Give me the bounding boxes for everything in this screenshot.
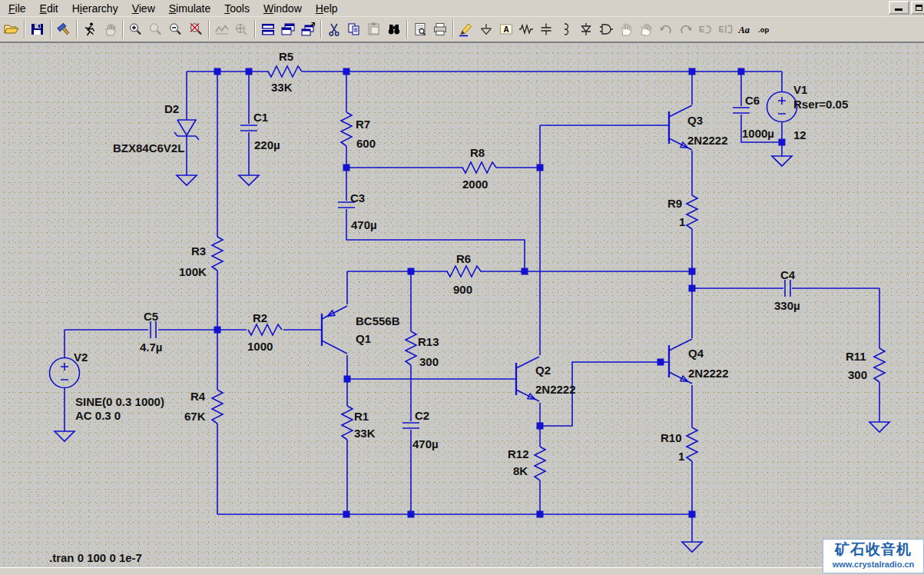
ground-symbol[interactable] [239, 175, 259, 185]
component-R7[interactable] [341, 112, 352, 146]
toolbar-button-zoom-in[interactable] [126, 19, 146, 39]
component-R5[interactable] [268, 66, 302, 77]
schematic-label[interactable]: 2N2222 [688, 367, 729, 380]
toolbar-button-component[interactable] [596, 19, 616, 39]
toolbar-button-open[interactable] [2, 19, 22, 39]
component-Q1[interactable] [322, 306, 347, 354]
ground-symbol[interactable] [682, 542, 702, 552]
toolbar-button-tile[interactable] [258, 19, 278, 39]
toolbar-button-print[interactable] [430, 19, 450, 39]
schematic-label[interactable]: R12 [508, 447, 529, 460]
component-R6[interactable] [447, 266, 481, 277]
component-R1[interactable] [342, 406, 353, 440]
schematic-label[interactable]: Q1 [356, 332, 371, 345]
schematic-label[interactable]: 33K [271, 81, 293, 94]
schematic-label[interactable]: R4 [190, 390, 206, 403]
schematic-label[interactable]: C4 [780, 268, 796, 281]
toolbar-button-run[interactable] [80, 19, 100, 39]
schematic-label[interactable]: R8 [470, 146, 485, 159]
toolbar-button-copy[interactable] [344, 19, 364, 39]
component-R4[interactable] [212, 390, 223, 424]
menu-item-help[interactable]: Help [309, 1, 345, 16]
schematic-label[interactable]: R13 [418, 335, 439, 348]
toolbar-button-cascade[interactable] [278, 19, 298, 39]
schematic-label[interactable]: R7 [356, 118, 370, 131]
schematic-label[interactable]: R10 [661, 431, 682, 444]
toolbar-button-cascade-new[interactable] [298, 19, 318, 39]
schematic-label[interactable]: 300 [848, 368, 867, 381]
component-Q2[interactable] [516, 357, 539, 401]
schematic-label[interactable]: 1000µ [742, 127, 774, 140]
schematic-label[interactable]: 2N2222 [535, 383, 576, 396]
schematic-label[interactable]: 4.7µ [140, 341, 163, 354]
ground-symbol[interactable] [869, 422, 889, 432]
component-V2[interactable] [50, 358, 80, 388]
component-R13[interactable] [406, 331, 416, 365]
toolbar-button-find[interactable] [384, 19, 404, 39]
minimize-button[interactable] [889, 1, 909, 15]
toolbar-button-zoom-extents[interactable] [186, 19, 206, 39]
schematic-label[interactable]: 8K [513, 464, 528, 477]
schematic-label[interactable]: 12 [793, 128, 806, 141]
schematic-label[interactable]: C2 [415, 409, 429, 422]
component-R10[interactable] [687, 427, 697, 461]
schematic-label[interactable]: 470µ [412, 437, 439, 450]
component-D2[interactable] [174, 120, 199, 140]
menu-item-edit[interactable]: Edit [33, 1, 65, 16]
schematic-canvas[interactable]: R533KD2BZX84C6V2LC1220µR7600R82000C3470µ… [0, 42, 924, 567]
menu-item-window[interactable]: Window [257, 1, 309, 16]
toolbar-button-drag[interactable] [636, 19, 656, 39]
schematic-label[interactable]: Q2 [535, 364, 551, 377]
toolbar-button-diode[interactable] [576, 19, 596, 39]
ground-symbol[interactable] [772, 156, 792, 166]
schematic-label[interactable]: 33K [354, 427, 376, 440]
component-C1[interactable] [240, 125, 257, 131]
schematic-label[interactable]: SINE(0 0.3 1000) [75, 395, 164, 408]
component-V1[interactable] [767, 92, 797, 122]
schematic-label[interactable]: C5 [144, 310, 158, 323]
restore-button[interactable] [911, 1, 924, 15]
schematic-label[interactable]: R3 [191, 244, 206, 258]
toolbar-button-inductor[interactable] [556, 19, 576, 39]
schematic-label[interactable]: R6 [456, 252, 471, 265]
component-C4[interactable] [785, 280, 790, 297]
ground-symbol[interactable] [55, 431, 75, 441]
component-Q4[interactable] [669, 339, 692, 384]
schematic-label[interactable]: 1 [678, 450, 684, 463]
schematic-label[interactable]: R11 [846, 350, 866, 363]
schematic-label[interactable]: 300 [419, 355, 439, 368]
component-Q3[interactable] [669, 105, 692, 150]
component-R8[interactable] [462, 162, 496, 173]
schematic-label[interactable]: 1000 [247, 340, 273, 353]
menu-item-hierarchy[interactable]: Hierarchy [65, 1, 125, 16]
schematic-label[interactable]: 67K [184, 410, 206, 423]
schematic-label[interactable]: 2000 [462, 178, 488, 191]
schematic-label[interactable]: Q3 [687, 114, 703, 127]
component-R12[interactable] [535, 447, 545, 480]
toolbar-button-label[interactable]: A [496, 19, 516, 39]
schematic-label[interactable]: 470µ [351, 218, 377, 231]
schematic-label[interactable]: D2 [164, 102, 179, 115]
schematic-label[interactable]: 600 [356, 137, 376, 150]
component-C3[interactable] [338, 202, 355, 208]
ground-symbol[interactable] [177, 175, 197, 185]
toolbar-button-capacitor[interactable] [536, 19, 556, 39]
component-R11[interactable] [874, 348, 885, 382]
schematic-label[interactable]: Q4 [688, 347, 704, 360]
toolbar-button-wire[interactable] [456, 19, 476, 39]
toolbar-button-print-preview[interactable] [410, 19, 430, 39]
schematic-label[interactable]: 2N2222 [687, 134, 728, 147]
schematic-label[interactable]: .tran 0 100 0 1e-7 [49, 551, 142, 564]
schematic-label[interactable]: V1 [793, 83, 807, 96]
toolbar-button-spice-directive[interactable]: .op [756, 19, 776, 39]
toolbar-button-zoom-out[interactable] [166, 19, 186, 39]
component-R2[interactable] [248, 324, 282, 335]
component-C2[interactable] [402, 423, 419, 428]
menu-item-tools[interactable]: Tools [217, 1, 257, 16]
schematic-label[interactable]: 330µ [774, 299, 800, 312]
toolbar-button-control-panel[interactable] [54, 19, 74, 39]
menu-item-view[interactable]: View [125, 1, 162, 16]
schematic-label[interactable]: C1 [253, 111, 268, 124]
toolbar-button-ground[interactable] [476, 19, 496, 39]
schematic-label[interactable]: R9 [667, 197, 682, 210]
